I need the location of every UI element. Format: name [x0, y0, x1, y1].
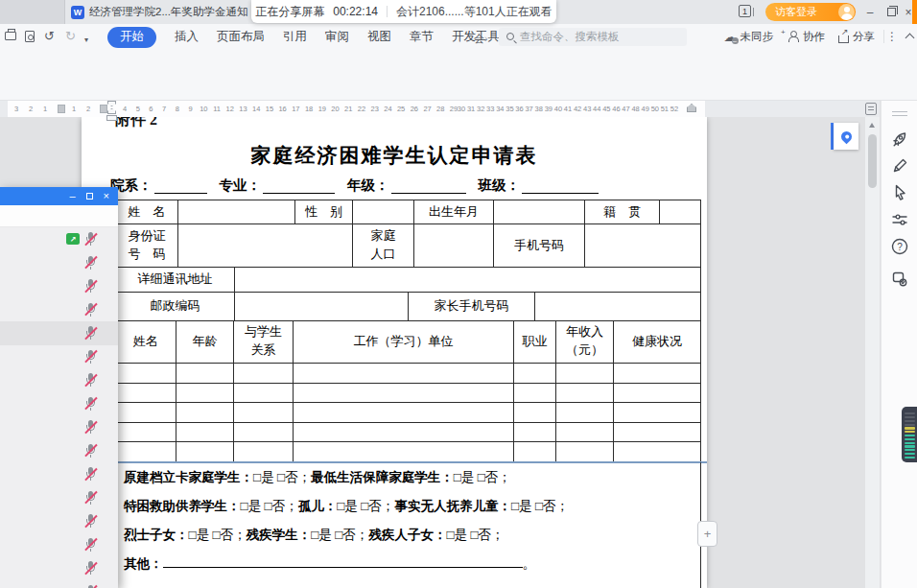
print-icon[interactable] — [5, 32, 16, 40]
form-cell-blank[interactable] — [176, 403, 234, 423]
add-row-button[interactable]: + — [697, 521, 717, 547]
member-row[interactable] — [0, 462, 118, 486]
scrollbar-thumb[interactable] — [868, 134, 877, 188]
form-cell-blank[interactable] — [535, 293, 701, 321]
share-button[interactable]: 分享 — [838, 28, 875, 45]
panel-maximize-button[interactable] — [86, 193, 93, 200]
form-cell-blank[interactable] — [115, 364, 176, 384]
sync-status-button[interactable]: ☁ 未同步 — [724, 28, 774, 45]
form-cell-blank[interactable] — [514, 442, 556, 462]
checkbox-options[interactable]: □是 □否； — [241, 499, 298, 513]
member-row[interactable] — [0, 251, 118, 275]
form-cell-blank[interactable] — [514, 423, 556, 443]
horizontal-ruler[interactable]: 3211245678910111213141516171819202122232… — [0, 101, 880, 117]
checkbox-options[interactable]: □是 □否； — [189, 528, 247, 542]
member-row[interactable] — [0, 486, 118, 510]
form-cell-blank[interactable] — [176, 442, 234, 462]
restore-button[interactable] — [882, 0, 900, 24]
form-cell-blank[interactable] — [353, 200, 414, 224]
form-cell-blank[interactable] — [176, 384, 234, 404]
form-cell-blank[interactable] — [556, 403, 614, 423]
margin-marker[interactable] — [100, 105, 107, 113]
form-cell-blank[interactable] — [614, 384, 701, 404]
form-cell-blank[interactable] — [556, 423, 614, 443]
checkbox-options[interactable]: □是 □否； — [311, 528, 368, 542]
left-indent-marker[interactable] — [106, 115, 117, 121]
vertical-scrollbar[interactable] — [865, 117, 880, 588]
form-cell-blank[interactable] — [234, 364, 294, 384]
form-cell-blank[interactable] — [494, 200, 585, 224]
settings-sliders-icon[interactable] — [890, 210, 909, 229]
member-row[interactable] — [0, 392, 118, 416]
form-cell-blank[interactable] — [115, 423, 176, 443]
form-cell-blank[interactable] — [176, 423, 234, 443]
form-cell-blank[interactable] — [234, 423, 294, 443]
other-blank[interactable] — [163, 555, 523, 568]
member-panel-titlebar[interactable]: – × — [0, 187, 118, 205]
form-cell-blank[interactable] — [556, 364, 614, 384]
member-row[interactable] — [0, 274, 118, 298]
form-cell-blank[interactable] — [514, 384, 556, 404]
checkbox-options[interactable]: □是 □否； — [454, 470, 511, 484]
form-cell-blank[interactable] — [614, 403, 701, 423]
form-cell-blank[interactable] — [556, 384, 614, 404]
form-cell-blank[interactable] — [294, 423, 514, 443]
form-cell-blank[interactable] — [234, 403, 294, 423]
member-row[interactable] — [0, 509, 118, 533]
form-cell-blank[interactable] — [294, 442, 514, 462]
drag-handle-icon[interactable] — [892, 111, 907, 116]
quick-access-more-icon[interactable]: ▾ — [84, 33, 88, 48]
form-cell-blank[interactable] — [115, 403, 176, 423]
pen-annotate-icon[interactable] — [890, 156, 909, 176]
rocket-icon[interactable] — [890, 129, 909, 149]
screen-share-toolbar[interactable]: 正在分享屏幕 00:22:14 会计2106......等101人正在观看 — [251, 0, 556, 23]
more-options-button[interactable]: ⋮ — [886, 28, 898, 45]
member-row[interactable] — [0, 298, 118, 322]
header-field-blank[interactable] — [522, 179, 599, 194]
ribbon-tab-视图[interactable]: 视图 — [367, 29, 391, 45]
ribbon-tab-插入[interactable]: 插入 — [175, 29, 199, 45]
form-cell-blank[interactable] — [294, 403, 514, 423]
position-pin-button[interactable] — [831, 123, 858, 150]
ribbon-tab-引用[interactable]: 引用 — [283, 29, 307, 45]
document-tab[interactable]: W 经济管理学院2...年奖助学金通知 › — [67, 0, 277, 24]
checkbox-options[interactable]: □是 □否； — [253, 470, 311, 484]
form-cell-blank[interactable] — [614, 423, 701, 443]
panel-minimize-button[interactable]: – — [69, 191, 75, 201]
checkbox-options[interactable]: □是 □否； — [446, 528, 504, 542]
form-cell-blank[interactable] — [614, 442, 701, 462]
collapse-ribbon-button[interactable] — [906, 28, 913, 45]
help-icon[interactable]: ? — [890, 237, 909, 256]
cursor-icon[interactable] — [890, 183, 909, 202]
print-preview-icon[interactable] — [25, 31, 35, 42]
header-field-blank[interactable] — [263, 179, 335, 194]
form-cell-blank[interactable] — [178, 224, 353, 268]
form-cell-blank[interactable] — [235, 293, 409, 321]
checkbox-options[interactable]: □是 □否； — [511, 499, 569, 513]
form-cell-blank[interactable] — [294, 364, 514, 384]
form-cell-blank[interactable] — [514, 403, 556, 423]
form-cell-blank[interactable] — [660, 200, 701, 224]
scroll-up-arrow-icon[interactable] — [869, 123, 875, 128]
undo-icon[interactable]: ↺ — [44, 29, 55, 44]
form-cell-blank[interactable] — [115, 384, 176, 404]
form-cell-blank[interactable] — [614, 364, 701, 384]
header-field-blank[interactable] — [154, 179, 207, 194]
ribbon-tab-开始[interactable]: 开始 — [107, 27, 156, 48]
document-page[interactable]: 附件 2 家庭经济困难学生认定申请表 院系：专业：年级：班级： 姓 名性 别出生… — [82, 117, 707, 588]
member-row[interactable] — [0, 368, 118, 392]
ribbon-overflow-tab[interactable]: 会› — [474, 32, 487, 46]
form-cell-blank[interactable] — [514, 364, 556, 384]
member-row[interactable] — [0, 415, 118, 439]
member-row[interactable] — [0, 345, 118, 369]
margin-marker[interactable] — [58, 105, 65, 113]
header-field-blank[interactable] — [391, 179, 466, 194]
form-cell-blank[interactable] — [414, 224, 494, 268]
form-cell-blank[interactable] — [294, 384, 514, 404]
ribbon-tab-章节[interactable]: 章节 — [410, 29, 434, 45]
form-cell-blank[interactable] — [115, 442, 176, 462]
window-count-badge[interactable]: 1 — [739, 5, 751, 17]
form-cell-blank[interactable] — [178, 200, 295, 224]
redo-icon[interactable]: ↻ — [65, 29, 76, 44]
meeting-member-panel[interactable]: – × ↗ — [0, 187, 118, 588]
